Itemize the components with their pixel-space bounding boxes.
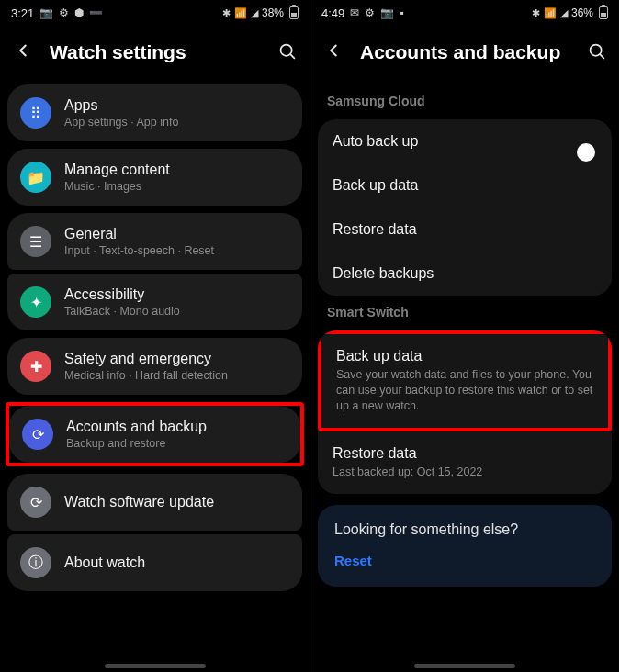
- row-auto-backup[interactable]: Auto back up: [318, 119, 612, 163]
- phone-accounts-backup: 4:49 ✉ ⚙ 📷 ▪ ✱ 📶 ◢ 36% Accounts and back…: [310, 0, 619, 672]
- item-label: Manage content: [64, 162, 170, 178]
- status-notif-icon: ⚙: [365, 6, 375, 19]
- status-bar: 3:21 📷 ⚙ ⬢ ➖ ✱ 📶 ◢ 38%: [0, 0, 310, 26]
- highlight-accounts-backup: ⟳ Accounts and backup Backup and restore: [6, 402, 304, 466]
- status-time: 4:49: [321, 6, 344, 20]
- group-smart-switch: Back up data Save your watch data and fi…: [318, 330, 612, 494]
- back-icon[interactable]: [323, 40, 344, 64]
- sliders-icon: ☰: [20, 226, 51, 257]
- status-notif-icon: ⬢: [74, 6, 84, 19]
- item-label: Safety and emergency: [64, 351, 228, 367]
- row-restore-data[interactable]: Restore data: [318, 207, 612, 252]
- phone-watch-settings: 3:21 📷 ⚙ ⬢ ➖ ✱ 📶 ◢ 38% Watch settings ⠿ …: [0, 0, 310, 672]
- row-sub: Last backed up: Oct 15, 2022: [333, 465, 597, 480]
- item-sub: App settings · App info: [64, 116, 178, 129]
- row-sub: Save your watch data and files to your p…: [336, 367, 593, 414]
- highlight-backup-data: Back up data Save your watch data and fi…: [318, 330, 612, 431]
- bluetooth-icon: ✱: [222, 7, 231, 19]
- sync-icon: ⟳: [22, 419, 53, 450]
- nav-pill[interactable]: [105, 664, 206, 668]
- settings-list: ⠿ Apps App settings · App info 📁 Manage …: [0, 84, 310, 591]
- status-notif-icon: ✉: [350, 6, 359, 19]
- svg-line-3: [600, 54, 603, 58]
- item-sub: Backup and restore: [66, 437, 207, 450]
- emergency-icon: ✚: [20, 351, 51, 382]
- search-icon[interactable]: [277, 41, 297, 64]
- signal-icon: ◢: [560, 7, 568, 19]
- row-label: Restore data: [333, 221, 597, 238]
- item-accounts-backup[interactable]: ⟳ Accounts and backup Backup and restore: [9, 406, 300, 463]
- back-icon[interactable]: [13, 40, 33, 64]
- row-label: Restore data: [333, 445, 597, 462]
- svg-line-1: [290, 54, 294, 58]
- nav-pill[interactable]: [414, 664, 515, 668]
- status-notif-icon: 📷: [39, 6, 53, 19]
- item-software-update[interactable]: ⟳ Watch software update: [7, 474, 302, 531]
- tip-reset-link[interactable]: Reset: [334, 553, 595, 568]
- section-heading-smart-switch: Smart Switch: [310, 296, 619, 330]
- status-time: 3:21: [11, 6, 34, 20]
- wifi-icon: 📶: [234, 7, 247, 19]
- group-samsung-cloud: Auto back up Back up data Restore data D…: [318, 119, 612, 296]
- page-title: Accounts and backup: [360, 41, 570, 63]
- row-label: Back up data: [336, 348, 593, 364]
- battery-text: 38%: [262, 6, 284, 19]
- status-notif-icon: ⚙: [59, 6, 69, 19]
- item-apps[interactable]: ⠿ Apps App settings · App info: [7, 84, 302, 141]
- item-sub: Input · Text-to-speech · Reset: [64, 244, 214, 257]
- row-backup-data[interactable]: Back up data: [318, 163, 612, 207]
- battery-text: 36%: [571, 6, 593, 19]
- item-label: Accessibility: [64, 286, 180, 303]
- item-label: General: [64, 226, 214, 242]
- accessibility-icon: ✦: [20, 286, 51, 318]
- item-about[interactable]: ⓘ About watch: [7, 534, 302, 591]
- folder-icon: 📁: [20, 162, 51, 193]
- item-sub: Medical info · Hard fall detection: [64, 369, 228, 382]
- section-heading-samsung-cloud: Samsung Cloud: [310, 84, 619, 119]
- tip-box: Looking for something else? Reset: [318, 505, 612, 587]
- battery-icon: [599, 6, 608, 19]
- row-label: Delete backups: [333, 265, 597, 282]
- update-icon: ⟳: [20, 487, 51, 518]
- apps-icon: ⠿: [20, 97, 51, 129]
- row-ss-restore[interactable]: Restore data Last backed up: Oct 15, 202…: [318, 431, 612, 494]
- tip-question: Looking for something else?: [334, 521, 595, 538]
- info-icon: ⓘ: [20, 547, 51, 578]
- item-label: Watch software update: [64, 494, 214, 510]
- wifi-icon: 📶: [544, 7, 557, 19]
- item-label: About watch: [64, 554, 145, 571]
- row-label: Back up data: [333, 177, 597, 194]
- page-title: Watch settings: [50, 41, 261, 63]
- bluetooth-icon: ✱: [532, 7, 540, 19]
- item-label: Apps: [64, 97, 178, 114]
- row-ss-backup[interactable]: Back up data Save your watch data and fi…: [321, 334, 608, 428]
- row-label: Auto back up: [333, 133, 586, 150]
- item-manage-content[interactable]: 📁 Manage content Music · Images: [7, 149, 302, 206]
- item-label: Accounts and backup: [66, 419, 207, 435]
- item-sub: TalkBack · Mono audio: [64, 305, 180, 318]
- item-accessibility[interactable]: ✦ Accessibility TalkBack · Mono audio: [7, 274, 302, 330]
- status-notif-icon: ▪: [400, 6, 403, 19]
- item-sub: Music · Images: [64, 180, 170, 193]
- item-safety[interactable]: ✚ Safety and emergency Medical info · Ha…: [7, 338, 302, 395]
- status-bar: 4:49 ✉ ⚙ 📷 ▪ ✱ 📶 ◢ 36%: [310, 0, 619, 26]
- row-delete-backups[interactable]: Delete backups: [318, 252, 612, 296]
- status-notif-icon: 📷: [380, 6, 394, 19]
- status-notif-icon: ➖: [89, 6, 103, 19]
- signal-icon: ◢: [251, 7, 258, 19]
- item-general[interactable]: ☰ General Input · Text-to-speech · Reset: [7, 213, 302, 270]
- search-icon[interactable]: [587, 41, 606, 64]
- battery-icon: [289, 6, 299, 19]
